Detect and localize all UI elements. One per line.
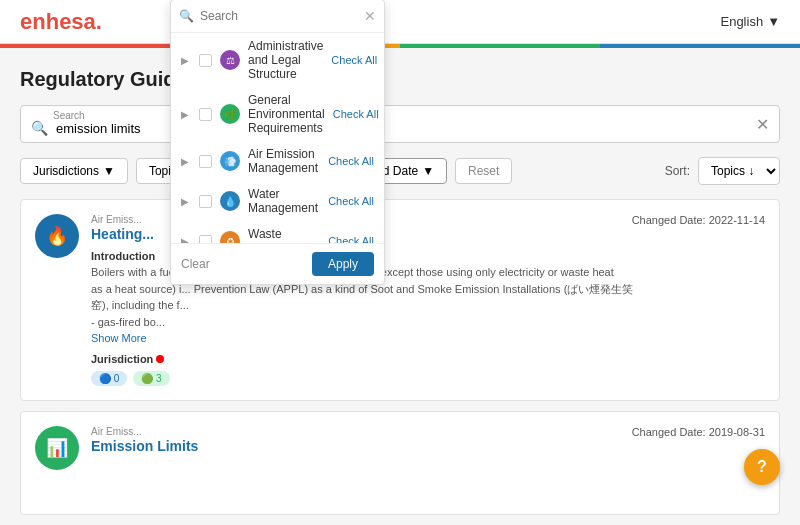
result-badges: 🔵 0 🟢 3 <box>91 371 765 386</box>
header: enhesa. English ▼ <box>0 0 800 44</box>
apply-button[interactable]: Apply <box>312 252 374 276</box>
jurisdictions-filter[interactable]: Jurisdictions ▼ <box>20 158 128 184</box>
sort-select[interactable]: Topics ↓ <box>698 157 780 185</box>
show-more-link[interactable]: Show More <box>91 332 147 344</box>
badge-blue: 🔵 0 <box>91 371 127 386</box>
checkbox[interactable] <box>199 54 212 67</box>
jurisdiction-dot <box>156 355 164 363</box>
list-item[interactable]: ▶ 💧 Water Management Check All <box>171 181 384 221</box>
result-header-row: Air Emiss... Emission Limits Changed Dat… <box>91 426 765 454</box>
result-title-area: Air Emiss... Heating... <box>91 214 154 242</box>
sort-label: Sort: <box>665 164 690 178</box>
results-area: 🔍 ✕ ▶ ⚖ Administrative and Legal Structu… <box>20 199 780 515</box>
jurisdictions-label: Jurisdictions <box>33 164 99 178</box>
result-icon: 🔥 <box>35 214 79 258</box>
clear-button[interactable]: Clear <box>181 257 210 271</box>
topic-label: Administrative and Legal Structure <box>248 39 323 81</box>
check-all-link[interactable]: Check All <box>328 155 374 167</box>
chevron-down-icon: ▼ <box>422 164 434 178</box>
checkbox[interactable] <box>199 195 212 208</box>
logo-text: nhesa. <box>32 9 102 34</box>
bar-green <box>400 44 600 48</box>
topic-icon: ♻ <box>220 231 240 243</box>
result-content: Air Emiss... Emission Limits Changed Dat… <box>91 426 765 500</box>
checkbox[interactable] <box>199 108 212 121</box>
topic-label: Waste Management <box>248 227 320 243</box>
topic-icon: 💧 <box>220 191 240 211</box>
topic-icon: 🌿 <box>220 104 240 124</box>
list-item[interactable]: ▶ ⚖ Administrative and Legal Structure C… <box>171 33 384 87</box>
check-all-link[interactable]: Check All <box>333 108 379 120</box>
categories-dropdown: 🔍 ✕ ▶ ⚖ Administrative and Legal Structu… <box>170 0 385 285</box>
topic-icon: ⚖ <box>220 50 240 70</box>
bar-blue <box>600 44 800 48</box>
checkbox[interactable] <box>199 155 212 168</box>
main-content: Regulatory Guides Search 🔍 ✕ Jurisdictio… <box>0 48 800 525</box>
result-date: Changed Date: 2019-08-31 <box>632 426 765 438</box>
list-item[interactable]: ▶ ♻ Waste Management Check All <box>171 221 384 243</box>
language-selector[interactable]: English ▼ <box>720 14 780 29</box>
topic-label: Water Management <box>248 187 320 215</box>
result-subtitle: Air Emiss... <box>91 214 154 225</box>
logo-prefix: e <box>20 9 32 34</box>
result-title-area: Air Emiss... Emission Limits <box>91 426 198 454</box>
page-title: Regulatory Guides <box>20 68 780 91</box>
dropdown-close-icon[interactable]: ✕ <box>364 8 376 24</box>
chevron-down-icon: ▼ <box>767 14 780 29</box>
result-subtitle: Air Emiss... <box>91 426 198 437</box>
help-icon: ? <box>757 458 767 476</box>
dropdown-search-bar: 🔍 ✕ <box>171 0 384 33</box>
topic-icon: 💨 <box>220 151 240 171</box>
check-all-link[interactable]: Check All <box>331 54 377 66</box>
list-item[interactable]: ▶ 🌿 General Environmental Requirements C… <box>171 87 384 141</box>
checkbox[interactable] <box>199 235 212 244</box>
result-icon: 📊 <box>35 426 79 470</box>
search-icon: 🔍 <box>31 120 48 136</box>
check-all-link[interactable]: Check All <box>328 195 374 207</box>
badge-green: 🟢 3 <box>133 371 169 386</box>
topic-label: General Environmental Requirements <box>248 93 325 135</box>
chevron-right-icon: ▶ <box>181 196 189 207</box>
search-container: Search 🔍 ✕ <box>20 105 780 143</box>
result-card: 🔥 Air Emiss... Heating... Changed Date: … <box>20 199 780 401</box>
search-clear-icon[interactable]: ✕ <box>756 115 769 134</box>
chevron-right-icon: ▶ <box>181 236 189 244</box>
jurisdiction-label: Jurisdiction <box>91 353 765 365</box>
logo: enhesa. <box>20 9 102 35</box>
filter-bar: Jurisdictions ▼ Topics ▼ Categories ▼ Ch… <box>20 157 780 185</box>
result-description <box>91 460 765 500</box>
list-item[interactable]: ▶ 💨 Air Emission Management Check All <box>171 141 384 181</box>
language-label: English <box>720 14 763 29</box>
search-icon: 🔍 <box>179 9 194 23</box>
reset-button[interactable]: Reset <box>455 158 512 184</box>
color-bar <box>0 44 800 48</box>
search-input[interactable] <box>56 121 756 136</box>
chevron-right-icon: ▶ <box>181 109 189 120</box>
sort-area: Sort: Topics ↓ <box>665 157 780 185</box>
help-button[interactable]: ? <box>744 449 780 485</box>
chevron-right-icon: ▶ <box>181 55 189 66</box>
dropdown-list: ▶ ⚖ Administrative and Legal Structure C… <box>171 33 384 243</box>
topic-label: Air Emission Management <box>248 147 320 175</box>
dropdown-search-input[interactable] <box>200 9 358 23</box>
result-card: 📊 Air Emiss... Emission Limits Changed D… <box>20 411 780 515</box>
result-date: Changed Date: 2022-11-14 <box>632 214 765 226</box>
check-all-link[interactable]: Check All <box>328 235 374 243</box>
chevron-right-icon: ▶ <box>181 156 189 167</box>
dropdown-footer: Clear Apply <box>171 243 384 284</box>
result-title[interactable]: Heating... <box>91 226 154 242</box>
search-label: Search <box>53 110 85 121</box>
chevron-down-icon: ▼ <box>103 164 115 178</box>
result-title[interactable]: Emission Limits <box>91 438 198 454</box>
